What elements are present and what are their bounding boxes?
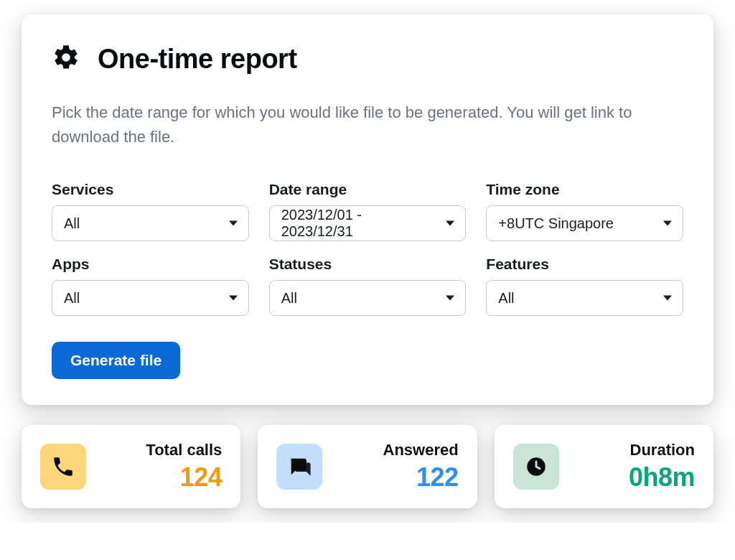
services-select-wrap: All <box>52 205 249 241</box>
answered-value: 122 <box>416 462 459 493</box>
services-value: All <box>64 215 80 232</box>
apps-label: Apps <box>52 256 249 273</box>
apps-select-wrap: All <box>52 280 249 316</box>
report-card: One-time report Pick the date range for … <box>22 14 713 405</box>
date-range-select-wrap: 2023/12/01 - 2023/12/31 <box>269 205 467 241</box>
date-range-value: 2023/12/01 - 2023/12/31 <box>281 207 434 240</box>
features-label: Features <box>486 256 683 273</box>
statuses-select-wrap: All <box>269 280 467 316</box>
date-range-label: Date range <box>269 181 467 198</box>
date-range-field: Date range 2023/12/01 - 2023/12/31 <box>269 181 467 241</box>
duration-value: 0h8m <box>629 462 695 493</box>
features-field: Features All <box>486 256 683 316</box>
apps-field: Apps All <box>52 256 249 316</box>
answered-label: Answered <box>383 441 459 459</box>
card-header: One-time report <box>52 43 683 75</box>
date-range-select[interactable]: 2023/12/01 - 2023/12/31 <box>269 205 467 241</box>
features-select[interactable]: All <box>486 280 683 316</box>
form-grid: Services All Date range 2023/12/01 - 202… <box>52 181 683 316</box>
stat-text: Answered 122 <box>383 441 459 493</box>
stats-row: Total calls 124 Answered 122 Duration 0h… <box>22 425 713 508</box>
generate-file-button[interactable]: Generate file <box>52 342 180 379</box>
features-value: All <box>498 290 514 307</box>
services-field: Services All <box>52 181 249 241</box>
statuses-select[interactable]: All <box>269 280 467 316</box>
stat-card-duration: Duration 0h8m <box>495 425 713 508</box>
services-label: Services <box>52 181 249 198</box>
chat-icon <box>276 444 322 490</box>
features-select-wrap: All <box>486 280 683 316</box>
card-description: Pick the date range for which you would … <box>52 101 683 149</box>
total-calls-label: Total calls <box>146 441 222 459</box>
timezone-label: Time zone <box>486 181 683 198</box>
statuses-value: All <box>281 290 297 307</box>
timezone-select[interactable]: +8UTC Singapore <box>486 205 683 241</box>
apps-value: All <box>64 290 80 307</box>
timezone-select-wrap: +8UTC Singapore <box>486 205 683 241</box>
gear-icon <box>52 43 80 75</box>
timezone-value: +8UTC Singapore <box>498 215 614 232</box>
apps-select[interactable]: All <box>52 280 249 316</box>
stat-card-answered: Answered 122 <box>258 425 477 508</box>
clock-icon <box>513 444 559 490</box>
timezone-field: Time zone +8UTC Singapore <box>486 181 683 241</box>
stat-card-total-calls: Total calls 124 <box>22 425 240 508</box>
duration-label: Duration <box>630 441 695 459</box>
stat-text: Total calls 124 <box>146 441 222 493</box>
phone-icon <box>40 444 86 490</box>
total-calls-value: 124 <box>180 462 223 493</box>
statuses-field: Statuses All <box>269 256 467 316</box>
services-select[interactable]: All <box>52 205 249 241</box>
stat-text: Duration 0h8m <box>629 441 695 493</box>
statuses-label: Statuses <box>269 256 467 273</box>
card-title: One-time report <box>98 44 297 75</box>
